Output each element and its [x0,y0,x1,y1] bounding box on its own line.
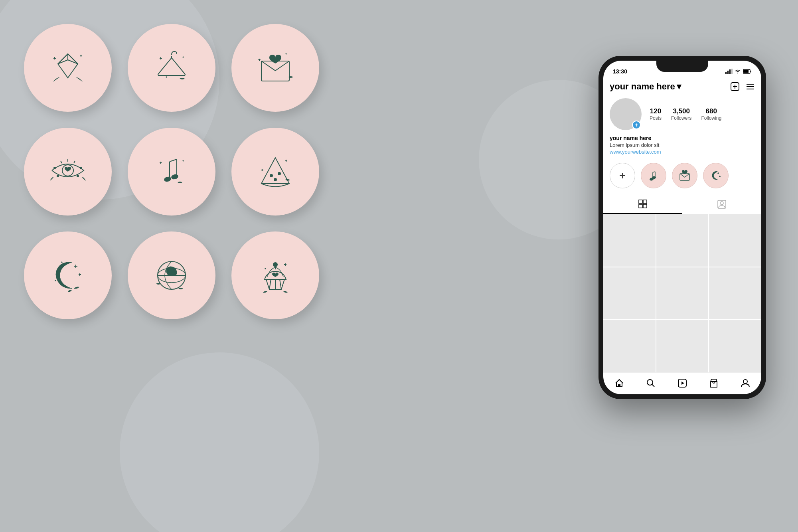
wifi-icon [735,69,741,74]
status-icons [725,69,752,74]
highlight-globe[interactable] [128,231,215,319]
highlight-hanger[interactable] [128,24,215,112]
svg-point-80 [647,380,653,385]
profile-section: + 120 Posts 3,500 Followers 680 Followin… [603,95,761,135]
phone-screen: 13:30 [603,61,761,394]
photo-cell-1[interactable] [603,214,656,267]
following-count: 680 [701,107,721,115]
bio-text: Lorem ipsum dolor sit [610,142,755,148]
svg-rect-76 [643,204,647,208]
highlight-circle-3 [703,163,729,188]
photo-cell-7[interactable] [603,320,656,372]
highlights-row: + [603,160,761,195]
person-tag-icon [717,200,726,209]
highlight-music[interactable] [128,128,215,216]
highlight-2[interactable] [672,163,697,188]
nav-shop[interactable] [705,377,723,390]
stats-row: 120 Posts 3,500 Followers 680 Following [650,107,755,121]
svg-rect-73 [639,200,642,204]
highlight-pizza[interactable] [231,128,319,216]
add-post-icon[interactable] [730,82,740,91]
shop-icon [709,378,719,388]
svg-point-47 [273,262,278,267]
svg-rect-75 [639,204,642,208]
nav-reels[interactable] [674,377,691,390]
phone-frame: 13:30 [598,56,766,399]
tab-bar [603,195,761,214]
tab-tagged[interactable] [682,195,761,214]
svg-point-26 [164,176,172,182]
chevron-down-icon: ▾ [677,81,681,92]
svg-marker-83 [681,382,684,385]
stat-posts[interactable]: 120 Posts [650,107,662,121]
svg-point-19 [54,167,55,169]
stat-following[interactable]: 680 Following [701,107,721,121]
avatar-wrapper: + [610,98,642,130]
svg-point-27 [171,174,179,180]
ig-username-header[interactable]: your name here ▾ [610,81,681,92]
svg-rect-74 [643,200,647,204]
svg-point-30 [270,174,273,177]
home-icon [614,378,624,388]
signal-icon [725,69,733,74]
photo-cell-9[interactable] [709,320,761,372]
photo-cell-4[interactable] [603,267,656,320]
highlight-diamond[interactable] [24,24,112,112]
followers-count: 3,500 [671,107,691,115]
ig-header: your name here ▾ [603,78,761,95]
bio-name: your name here [610,135,755,141]
tab-grid[interactable] [603,195,682,214]
svg-line-46 [280,279,281,289]
battery-icon [743,69,752,74]
phone-mockup: 13:30 [598,16,766,515]
nav-home[interactable] [610,377,628,390]
svg-line-81 [652,384,654,387]
highlight-add-item[interactable]: + [610,163,635,188]
photo-cell-6[interactable] [709,267,761,320]
posts-count: 120 [650,107,662,115]
photo-cell-2[interactable] [656,214,709,267]
svg-rect-54 [731,69,733,74]
highlight-1[interactable] [641,163,666,188]
highlight-circle-1 [641,163,666,188]
svg-line-2 [68,54,78,64]
reels-icon [678,378,687,388]
photo-grid [603,214,761,372]
photo-cell-8[interactable] [656,320,709,372]
highlight-envelope[interactable] [231,24,319,112]
bottom-nav [603,372,761,394]
followers-label: Followers [671,115,691,121]
highlight-cupcake[interactable] [231,231,319,319]
avatar-add-button[interactable]: + [632,121,641,129]
bio-link[interactable]: www.yourwebsite.com [610,149,755,155]
svg-line-17 [74,161,75,163]
nav-search[interactable] [642,377,660,390]
photo-cell-5[interactable] [656,267,709,320]
grid-icon [638,200,647,208]
highlight-add-circle[interactable]: + [610,163,635,188]
svg-point-21 [57,175,59,177]
search-icon [646,378,656,388]
photo-cell-3[interactable] [709,214,761,267]
svg-rect-52 [727,71,729,74]
highlight-moon[interactable] [24,231,112,319]
svg-rect-53 [729,69,731,74]
svg-line-1 [58,54,68,64]
svg-rect-79 [618,384,620,387]
highlight-eye[interactable] [24,128,112,216]
menu-icon[interactable] [745,82,755,91]
stat-followers[interactable]: 3,500 Followers [671,107,691,121]
svg-point-20 [80,167,82,169]
svg-point-22 [77,175,79,177]
ig-header-icons [730,82,755,91]
highlight-3[interactable] [703,163,729,188]
nav-profile[interactable] [737,377,754,390]
highlight-circle-2 [672,163,697,188]
svg-line-25 [170,159,177,162]
posts-label: Posts [650,115,662,121]
bg-decoration-2 [120,352,319,532]
username-text: your name here [610,81,675,92]
icons-grid [24,24,323,323]
svg-point-32 [274,178,277,181]
following-label: Following [701,115,721,121]
